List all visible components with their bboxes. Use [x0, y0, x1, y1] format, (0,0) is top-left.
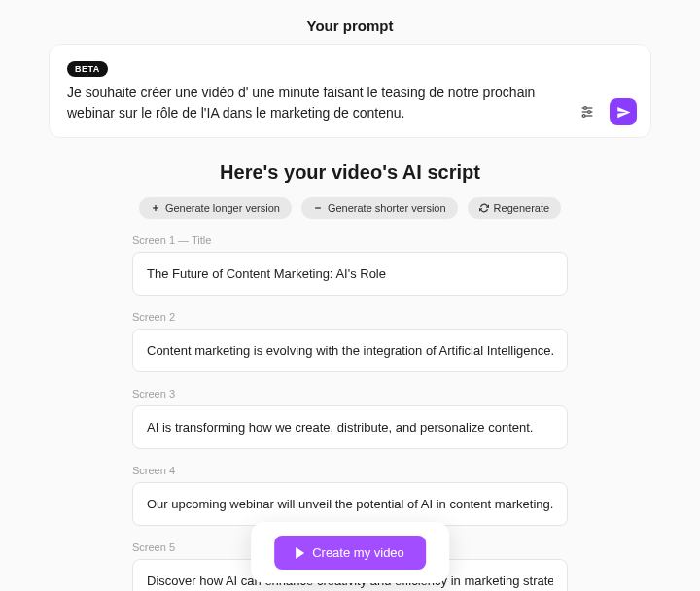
cta-panel: Create my video	[251, 522, 449, 583]
screen-label: Screen 4	[132, 465, 568, 476]
minus-icon	[313, 203, 323, 213]
settings-button[interactable]	[575, 99, 600, 124]
screen-item: Screen 3	[132, 388, 568, 465]
svg-point-3	[588, 111, 591, 114]
screen-item: Screen 2	[132, 311, 568, 388]
send-icon	[616, 105, 631, 120]
generate-shorter-button[interactable]: Generate shorter version	[301, 197, 458, 219]
sliders-icon	[579, 104, 595, 120]
prompt-text[interactable]: Je souhaite créer une vidéo d' une minut…	[67, 83, 633, 123]
generate-longer-label: Generate longer version	[165, 202, 280, 214]
prompt-title: Your prompt	[49, 17, 651, 34]
screen-input[interactable]	[132, 482, 568, 526]
refresh-icon	[479, 203, 489, 213]
create-video-label: Create my video	[312, 545, 404, 560]
screen-input[interactable]	[132, 252, 568, 296]
svg-point-1	[584, 107, 587, 110]
prompt-card: BETA Je souhaite créer une vidéo d' une …	[49, 44, 651, 138]
screen-label: Screen 1 — Title	[132, 234, 568, 246]
regenerate-label: Regenerate	[494, 202, 550, 214]
svg-point-5	[582, 115, 585, 118]
send-button[interactable]	[610, 98, 637, 125]
create-video-button[interactable]: Create my video	[274, 536, 426, 570]
script-title: Here's your video's AI script	[49, 161, 651, 184]
plus-icon	[151, 203, 160, 213]
generate-shorter-label: Generate shorter version	[328, 202, 446, 214]
regenerate-button[interactable]: Regenerate	[468, 197, 562, 219]
screen-label: Screen 2	[132, 311, 568, 323]
beta-badge: BETA	[67, 61, 108, 77]
screen-label: Screen 3	[132, 388, 568, 400]
screen-input[interactable]	[132, 405, 568, 449]
play-icon	[296, 547, 304, 559]
screen-item: Screen 1 — Title	[132, 234, 568, 311]
generate-longer-button[interactable]: Generate longer version	[139, 197, 292, 219]
screen-input[interactable]	[132, 329, 568, 372]
script-actions: Generate longer version Generate shorter…	[49, 197, 651, 219]
